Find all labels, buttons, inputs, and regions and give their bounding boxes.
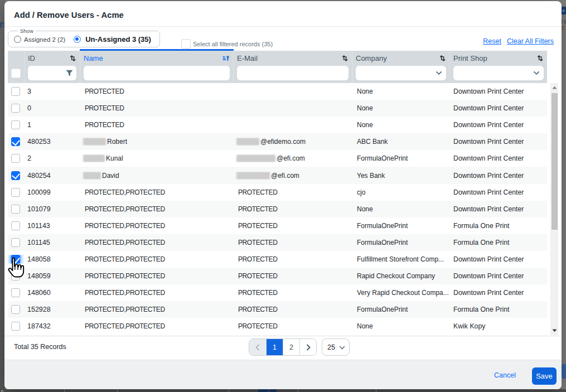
cell-email: PROTECTED	[233, 272, 352, 280]
cell-id: 3	[24, 88, 80, 95]
header-cell-email[interactable]: E-Mail	[233, 51, 352, 65]
row-checkbox[interactable]	[11, 288, 20, 297]
filter-cell-email	[233, 65, 352, 83]
header-cell-name[interactable]: Name	[80, 51, 233, 65]
table-row: 0PROTECTEDNoneDowntown Print Center	[8, 100, 547, 117]
vertical-scrollbar[interactable]	[550, 83, 558, 335]
backdrop-divider	[117, 389, 118, 392]
table-row: 101143PROTECTED,PROTECTEDPROTECTEDFormul…	[8, 217, 547, 234]
total-records-label: Total 35 Records	[14, 343, 66, 351]
dialog-footer: Cancel Save	[4, 360, 562, 389]
scrollbar-up-arrow[interactable]	[550, 84, 558, 91]
table-row: 1PROTECTEDNoneDowntown Print Center	[8, 117, 547, 133]
cell-print-shop: Downtown Print Center	[449, 104, 547, 112]
cell-print-shop: Downtown Print Center	[449, 205, 547, 213]
name-filter-input[interactable]	[84, 66, 230, 80]
page-size-select[interactable]: 25	[322, 338, 350, 356]
grid-bottom-divider	[4, 336, 562, 336]
row-checkbox[interactable]	[11, 205, 20, 214]
select-all-checkbox[interactable]	[181, 39, 191, 49]
cell-id: 148060	[24, 289, 80, 297]
row-checkbox[interactable]	[11, 238, 20, 247]
table-row: 148060PROTECTED,PROTECTEDPROTECTEDVery R…	[8, 284, 547, 301]
row-checkbox[interactable]	[11, 154, 20, 163]
sort-both-icon[interactable]	[341, 55, 349, 62]
cell-id: 101079	[24, 205, 80, 213]
funnel-filter-icon[interactable]	[66, 70, 73, 77]
row-checkbox[interactable]	[11, 272, 20, 280]
select-all-filtered[interactable]: Select all filtered records (35)	[181, 39, 273, 49]
header-select-all-checkbox[interactable]	[11, 69, 21, 78]
header-cell-print-shop[interactable]: Print Shop	[449, 51, 547, 65]
backdrop-divider	[229, 389, 229, 392]
sort-both-icon[interactable]	[439, 55, 446, 62]
row-checkbox-cell	[8, 322, 24, 331]
sort-asc-icon[interactable]	[222, 55, 230, 62]
company-filter-select[interactable]	[356, 66, 446, 80]
show-fieldset: Show Assigned 2 (2) Un-Assigned 3 (35)	[8, 31, 160, 47]
cell-name: PROTECTED,PROTECTED	[80, 306, 233, 313]
reset-link[interactable]: Reset	[483, 37, 501, 45]
row-checkbox[interactable]	[11, 221, 20, 230]
row-checkbox[interactable]	[11, 255, 20, 264]
prev-page-button[interactable]	[249, 339, 266, 355]
sort-both-icon[interactable]	[69, 55, 76, 62]
row-checkbox[interactable]	[11, 137, 20, 146]
row-checkbox[interactable]	[11, 322, 20, 331]
assigned-radio-label[interactable]: Assigned 2 (2)	[24, 36, 65, 43]
cell-id: 101145	[24, 239, 80, 246]
filter-cell-checkbox	[8, 65, 24, 83]
email-filter-input[interactable]	[237, 66, 349, 80]
cell-name: PROTECTED,PROTECTED	[80, 255, 233, 263]
sorted-column-indicator	[80, 49, 234, 51]
cell-id: 148059	[24, 272, 80, 280]
print-shop-filter-select[interactable]	[453, 66, 544, 80]
cell-id: 101143	[24, 222, 80, 230]
cell-name: PROTECTED	[80, 121, 233, 129]
cell-email: PROTECTED	[233, 222, 352, 230]
header-cell-id[interactable]: ID	[24, 51, 80, 65]
row-checkbox[interactable]	[11, 171, 20, 180]
cell-email: PROTECTED	[233, 255, 352, 263]
save-button[interactable]: Save	[532, 367, 557, 385]
cell-name: David	[80, 172, 233, 180]
filter-cell-company	[352, 65, 449, 83]
cancel-button[interactable]: Cancel	[494, 371, 516, 379]
row-checkbox[interactable]	[11, 87, 20, 96]
scrollbar-down-arrow[interactable]	[550, 327, 558, 335]
row-checkbox[interactable]	[11, 120, 20, 129]
assigned-radio[interactable]	[14, 36, 21, 43]
cell-print-shop: Downtown Print Center	[449, 88, 547, 95]
cell-company: Very Rapid Checkout Compa...	[352, 289, 449, 297]
cell-email: PROTECTED	[233, 188, 352, 196]
table-row: 2Kunal@efi.comFormulaOnePrintDowntown Pr…	[8, 150, 547, 167]
redacted-text	[83, 138, 106, 146]
chevron-down-icon	[436, 71, 442, 75]
page-1-button[interactable]: 1	[266, 339, 283, 355]
grid-footer: Total 35 Records 1 2 25	[4, 337, 562, 360]
row-checkbox[interactable]	[11, 104, 20, 113]
header-cell-company[interactable]: Company	[352, 51, 449, 65]
cell-id: 100099	[24, 188, 80, 196]
row-checkbox-cell	[8, 221, 24, 230]
clear-all-filters-link[interactable]: Clear All Filters	[507, 37, 554, 45]
page-2-button[interactable]: 2	[283, 339, 299, 355]
cell-print-shop: Downtown Print Center	[449, 138, 547, 146]
grid-header: ID Name E-M	[8, 51, 547, 83]
row-checkbox[interactable]	[11, 188, 20, 197]
scrollbar-thumb[interactable]	[552, 93, 558, 230]
header-cell-checkbox	[8, 51, 24, 65]
next-page-button[interactable]	[299, 339, 316, 355]
cell-print-shop: Downtown Print Center	[449, 272, 547, 280]
sort-both-icon[interactable]	[536, 55, 544, 62]
row-checkbox-cell	[8, 305, 24, 314]
unassigned-radio-label[interactable]: Un-Assigned 3 (35)	[85, 35, 151, 43]
cell-id: 148058	[24, 255, 80, 263]
row-checkbox-cell	[8, 120, 24, 129]
redacted-text	[236, 138, 259, 146]
row-checkbox-cell	[8, 288, 24, 297]
unassigned-radio[interactable]	[74, 36, 81, 43]
row-checkbox[interactable]	[11, 305, 20, 314]
cell-company: None	[352, 205, 449, 213]
table-row: 480253Robert@efidemo.comABC BankDowntown…	[8, 133, 547, 150]
